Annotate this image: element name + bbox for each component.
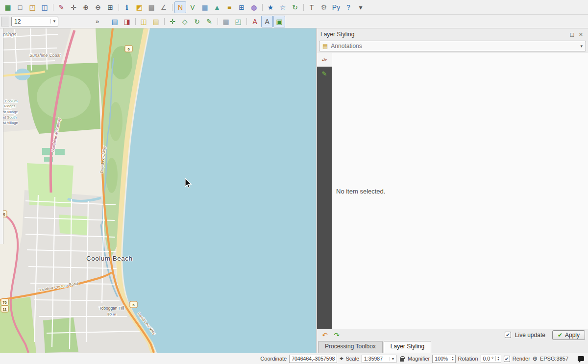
open-project-icon[interactable]: ◰ xyxy=(26,1,38,13)
map-settings-icon[interactable]: ▦ xyxy=(220,16,232,27)
processing-toolbox-icon[interactable]: ⚙ xyxy=(318,1,330,13)
open-attribute-table-icon[interactable]: ▤ xyxy=(146,1,157,13)
icon-glyph: ⊞ xyxy=(239,4,245,11)
map-theme-icon[interactable]: ◨ xyxy=(121,16,133,27)
rotate-annotation-icon[interactable]: ↻ xyxy=(191,16,203,27)
rotation-spinbox[interactable]: 0.0 ° ▲▼ xyxy=(481,355,501,363)
dock-handle[interactable] xyxy=(1,17,9,26)
render-checkbox[interactable]: ✔ xyxy=(504,356,510,362)
new-bookmark-icon[interactable]: ★ xyxy=(265,1,276,13)
magnifier-spinbox[interactable]: 100% ▲▼ xyxy=(432,355,455,363)
icon-glyph: ▤ xyxy=(112,18,118,25)
layer-styling-panel: Layer Styling ◱ ✕ ▤ Annotations ▾ ✑ ✎ No… xyxy=(317,28,588,353)
north-arrow-tool-icon[interactable]: N xyxy=(174,1,186,13)
message-log-icon[interactable] xyxy=(578,356,584,361)
python-console-icon[interactable]: Py xyxy=(330,1,342,13)
toolbar-separator xyxy=(216,17,220,26)
apply-button[interactable]: ✔ Apply xyxy=(552,330,585,340)
toolbar-overflow-icon[interactable]: ▾ xyxy=(355,1,367,13)
coordinate-label: Coordinate xyxy=(260,356,287,362)
toolbar-separator xyxy=(51,2,55,12)
route-shield-bl-a-label: 70 xyxy=(2,300,6,305)
toolbar-overflow-chevron[interactable]: » xyxy=(96,18,99,25)
icon-glyph: ◰ xyxy=(235,18,242,25)
float-panel-icon[interactable]: ◱ xyxy=(568,31,576,38)
move-annotation-icon[interactable]: ✛ xyxy=(167,16,178,27)
add-wms-layer-icon[interactable]: ◍ xyxy=(248,1,260,13)
pin-annotation-icon[interactable]: ▤ xyxy=(150,16,162,27)
icon-glyph: ⊕ xyxy=(83,4,89,11)
icon-glyph: T xyxy=(310,4,314,11)
icon-glyph: ↻ xyxy=(292,4,298,11)
show-bookmarks-icon[interactable]: ☆ xyxy=(277,1,289,13)
icon-glyph: Py xyxy=(332,4,340,11)
close-icon[interactable]: ✕ xyxy=(577,31,585,38)
layer-selector-combobox[interactable]: ▤ Annotations ▾ xyxy=(319,41,586,51)
add-raster-layer-icon[interactable]: ▦ xyxy=(199,1,211,13)
open-data-source-manager-icon[interactable]: ▦ xyxy=(2,1,14,13)
tab-processing-toolbox[interactable]: Processing Toolbox xyxy=(318,341,383,353)
grass-patch-mid xyxy=(59,215,89,235)
add-postgis-layer-icon[interactable]: ⊞ xyxy=(236,1,247,13)
measure-line-icon[interactable]: ∠ xyxy=(158,1,170,13)
zoom-out-icon[interactable]: ⊖ xyxy=(92,1,104,13)
icon-glyph: ▤ xyxy=(153,18,159,25)
tab-layer-styling[interactable]: Layer Styling xyxy=(384,341,431,353)
paintbrush-icon: ✑ xyxy=(321,56,327,64)
scale-label: Scale xyxy=(346,356,360,362)
main-toolbar: ▦ □ ◰ ◫ ✎ ✛ ⊕ ⊖ ⊞ ℹ ◩ ▤ ∠ N V ▦ ▲ ≡ ⊞ ◍ xyxy=(0,0,588,15)
toolbar2-combobox[interactable]: 12 ▼ xyxy=(11,17,58,26)
icon-glyph: ▦ xyxy=(4,4,11,11)
identify-features-icon[interactable]: ℹ xyxy=(121,1,133,13)
redo-button[interactable]: ↷ xyxy=(332,330,342,340)
collapsed-panel-edge[interactable] xyxy=(0,28,3,244)
annotation-icon: ✎ xyxy=(322,70,327,77)
remove-annotation-icon[interactable]: ◫ xyxy=(138,16,149,27)
live-update-checkbox[interactable]: ✔ xyxy=(505,332,511,338)
icon-glyph: ◩ xyxy=(136,4,142,11)
spinner-arrows-icon[interactable]: ▲▼ xyxy=(495,356,500,361)
toolbar-separator xyxy=(117,2,121,12)
pan-map-icon[interactable]: ✛ xyxy=(68,1,79,13)
add-mesh-layer-icon[interactable]: ▲ xyxy=(211,1,223,13)
zoom-full-icon[interactable]: ⊞ xyxy=(104,1,116,13)
tab-annotation[interactable]: ✎ xyxy=(319,68,330,79)
text-annotation-star-icon[interactable]: A xyxy=(249,16,261,27)
coordinate-input[interactable]: 7046464,-3057598 xyxy=(289,355,337,363)
extents-icon[interactable]: ⌖ xyxy=(340,355,343,363)
add-vector-layer-icon[interactable]: V xyxy=(187,1,198,13)
zoom-in-icon[interactable]: ⊕ xyxy=(80,1,92,13)
panel-actions: ↶ ↷ ✔ Live update ✔ Apply xyxy=(317,329,588,340)
text-annotation-icon[interactable]: T xyxy=(306,1,318,13)
forest-inner xyxy=(37,75,91,119)
styling-content: No item selected. xyxy=(332,53,588,329)
style-manager-icon[interactable]: ✎ xyxy=(55,1,67,13)
layer-styling-toggle-icon[interactable]: ▤ xyxy=(109,16,121,27)
save-project-icon[interactable]: ◫ xyxy=(39,1,50,13)
lock-icon[interactable] xyxy=(400,358,404,362)
scale-combobox[interactable]: 1:35987 ▼ xyxy=(362,355,396,363)
rotation-value: 0.0 ° xyxy=(481,356,496,362)
icon-glyph: ↻ xyxy=(194,18,200,25)
icon-glyph: N xyxy=(178,4,183,11)
new-project-icon[interactable]: □ xyxy=(14,1,26,13)
select-features-icon[interactable]: ◩ xyxy=(133,1,145,13)
toolbar-separator xyxy=(245,17,248,26)
panel-body: ✑ ✎ No item selected. xyxy=(317,53,588,329)
refresh-map-icon[interactable]: ↻ xyxy=(289,1,301,13)
modify-annotation-icon[interactable]: ✎ xyxy=(203,16,215,27)
help-icon[interactable]: ? xyxy=(343,1,354,13)
spinner-arrows-icon[interactable]: ▲▼ xyxy=(450,356,455,361)
map-canvas[interactable]: Sunshine Motorway David Low Way David Lo… xyxy=(0,28,316,353)
marker-annotation-icon[interactable]: A xyxy=(261,16,273,27)
add-delimited-text-icon[interactable]: ≡ xyxy=(223,1,235,13)
edit-nodes-icon[interactable]: ◇ xyxy=(179,16,191,27)
magnifier-value: 100% xyxy=(433,356,450,362)
layout-manager-icon[interactable]: ◰ xyxy=(232,16,244,27)
tab-symbology[interactable]: ✑ xyxy=(317,53,332,67)
crs-button[interactable]: EPSG:3857 xyxy=(540,356,568,362)
map-label-left-5: est Village xyxy=(1,121,18,125)
undo-button[interactable]: ↶ xyxy=(320,330,330,340)
route-shield-bottom-label: 6 xyxy=(132,303,134,307)
form-annotation-icon[interactable]: ▣ xyxy=(273,16,285,27)
